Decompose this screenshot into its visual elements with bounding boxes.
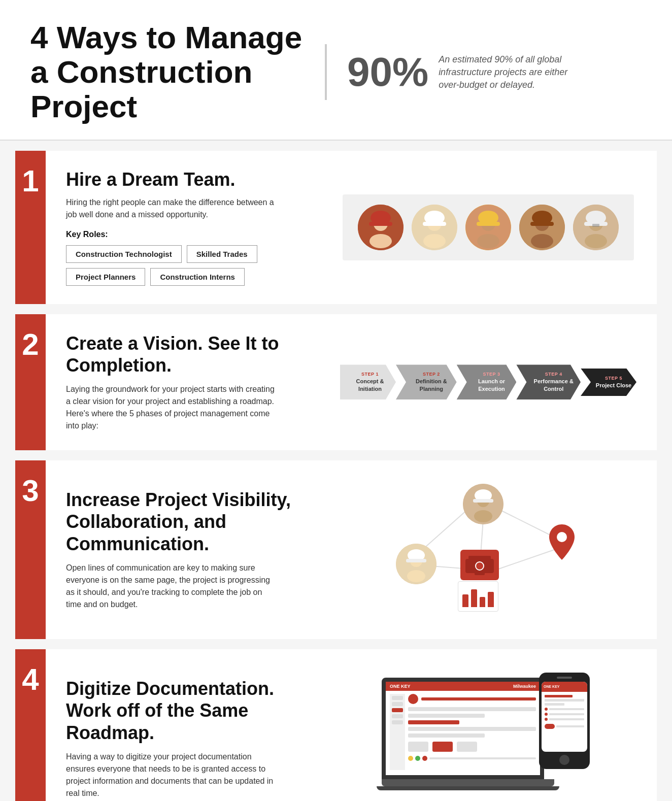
step-3-title: Launch or Execution <box>471 378 513 392</box>
section-1-number: 1 <box>22 166 39 196</box>
phone-row-1 <box>545 695 573 697</box>
step-1-label: STEP 1 <box>361 372 379 377</box>
laptop-base-bottom <box>377 786 559 790</box>
header-section: 4 Ways to Manage a Construction Project … <box>0 0 672 141</box>
network-person-2 <box>396 544 436 584</box>
svg-point-22 <box>585 234 607 248</box>
svg-point-43 <box>476 562 484 570</box>
section-4-number: 4 <box>22 664 39 695</box>
network-person-1 <box>463 484 503 524</box>
section-1-number-bar: 1 <box>15 151 46 304</box>
header-stat: 90% An estimated 90% of all global infra… <box>347 49 570 95</box>
screen-row-3 <box>408 720 459 724</box>
screen-row-5 <box>408 733 485 738</box>
step-1-title: Concept & Initiation <box>348 378 392 392</box>
screen-row-1 <box>408 707 536 711</box>
screen-main <box>408 694 536 770</box>
section-3-visual <box>340 479 636 621</box>
phone-item-2 <box>545 713 584 716</box>
svg-point-39 <box>407 570 425 582</box>
section-3-content: Increase Project Visibility, Collaborati… <box>46 460 657 639</box>
section-3-title: Increase Project Visibility, Collaborati… <box>66 489 320 555</box>
laptop-mockup: ONE KEY Milwaukee <box>382 678 554 794</box>
section-4-title: Digitize Documentation. Work off of the … <box>66 678 320 744</box>
screen-header: ONE KEY Milwaukee <box>386 682 540 691</box>
phone-dot-3 <box>545 718 548 721</box>
screen-row-4 <box>408 727 536 731</box>
key-roles-label: Key Roles: <box>66 230 320 239</box>
screen-logo-right: Milwaukee <box>513 684 536 689</box>
section-4-desc: Having a way to digitize your project do… <box>66 751 279 799</box>
phone-header: ONE KEY <box>542 682 587 692</box>
svg-rect-4 <box>369 222 392 226</box>
phone-dot-1 <box>545 708 548 711</box>
stat-percent: 90% <box>347 49 428 95</box>
stat-text: An estimated 90% of all global infrastru… <box>439 53 570 92</box>
svg-rect-25 <box>592 224 599 227</box>
svg-rect-36 <box>473 499 493 503</box>
step-1: STEP 1 Concept & Initiation <box>340 364 396 399</box>
phone-item-3 <box>545 718 584 721</box>
role-badge-3: Construction Interns <box>150 268 245 286</box>
section-4-number-bar: 4 <box>15 649 46 801</box>
network-equipment <box>460 550 499 580</box>
phone-row-3 <box>545 703 564 706</box>
section-2: 2 Create a Vision. See It to Completion.… <box>15 314 657 450</box>
svg-point-7 <box>423 234 446 248</box>
svg-line-30 <box>422 509 468 550</box>
svg-rect-41 <box>406 559 426 562</box>
step-2-label: STEP 2 <box>423 372 440 377</box>
network-chart <box>458 581 498 612</box>
step-4: STEP 4 Performance & Control <box>516 364 581 399</box>
role-badge-2: Project Planners <box>66 268 145 286</box>
svg-rect-45 <box>475 572 485 575</box>
section-4: 4 Digitize Documentation. Work off of th… <box>15 649 657 801</box>
section-1-content: Hire a Dream Team. Hiring the right peop… <box>46 151 657 304</box>
svg-point-12 <box>477 234 499 248</box>
phone-logo: ONE KEY <box>544 685 560 688</box>
svg-point-2 <box>369 234 392 248</box>
section-2-desc: Laying the groundwork for your project s… <box>66 383 279 432</box>
section-2-text: Create a Vision. See It to Completion. L… <box>66 332 320 432</box>
header-divider <box>325 44 327 100</box>
avatar-row <box>343 194 634 260</box>
section-3-text: Increase Project Visibility, Collaborati… <box>66 489 320 611</box>
phone-toggle <box>545 724 584 729</box>
section-2-number-bar: 2 <box>15 314 46 450</box>
section-2-number: 2 <box>22 329 39 360</box>
section-2-content: Create a Vision. See It to Completion. L… <box>46 314 657 450</box>
svg-rect-19 <box>530 222 554 226</box>
screen-content: ONE KEY Milwaukee <box>386 682 540 775</box>
laptop-screen: ONE KEY Milwaukee <box>382 678 544 779</box>
section-2-visual: STEP 1 Concept & Initiation STEP 2 Defin… <box>340 364 636 399</box>
steps-container: STEP 1 Concept & Initiation STEP 2 Defin… <box>340 364 636 399</box>
phone-dot-2 <box>545 713 548 716</box>
section-3: 3 Increase Project Visibility, Collabora… <box>15 460 657 639</box>
section-3-desc: Open lines of communication are key to m… <box>66 562 279 611</box>
step-5-label: STEP 5 <box>605 376 622 381</box>
svg-point-17 <box>531 234 553 248</box>
svg-rect-44 <box>468 556 491 560</box>
phone-content <box>544 694 585 730</box>
roles-grid: Construction Technologist Skilled Trades… <box>66 245 320 286</box>
phone-row-2 <box>545 699 584 702</box>
screen-logo-left: ONE KEY <box>390 684 411 689</box>
screen-body <box>390 694 536 770</box>
section-4-content: Digitize Documentation. Work off of the … <box>46 649 657 801</box>
step-5: STEP 5 Project Close <box>581 369 636 396</box>
section-1-visual <box>340 194 636 260</box>
network-location-pin <box>549 524 575 562</box>
screen-row-2 <box>408 714 485 718</box>
role-badge-1: Skilled Trades <box>187 245 257 263</box>
avatar-4 <box>519 205 565 250</box>
section-3-number: 3 <box>22 476 39 506</box>
section-4-text: Digitize Documentation. Work off of the … <box>66 678 320 799</box>
svg-line-28 <box>498 550 554 569</box>
step-4-label: STEP 4 <box>545 372 562 377</box>
main-title: 4 Ways to Manage a Construction Project <box>30 20 305 124</box>
screen-sidebar <box>390 694 405 770</box>
step-3: STEP 3 Launch or Execution <box>457 364 517 399</box>
avatar-3 <box>465 205 511 250</box>
svg-rect-9 <box>423 222 446 226</box>
avatar-1 <box>358 205 404 250</box>
